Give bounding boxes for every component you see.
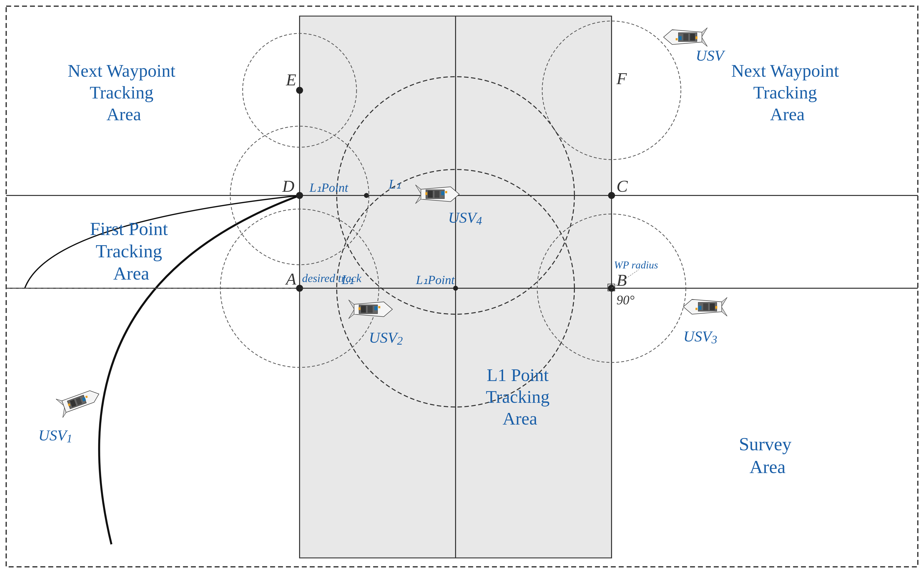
label-usv2: USV2 — [369, 329, 403, 347]
svg-rect-49 — [698, 306, 701, 310]
svg-point-16 — [296, 192, 303, 199]
svg-point-21 — [453, 286, 458, 291]
svg-rect-37 — [359, 305, 378, 314]
label-usv4: USV4 — [448, 209, 482, 227]
label-usv1: USV1 — [38, 427, 72, 445]
svg-rect-50 — [715, 306, 717, 309]
svg-marker-34 — [56, 397, 64, 407]
svg-rect-1 — [300, 16, 612, 558]
svg-rect-29 — [70, 399, 76, 407]
svg-rect-0 — [6, 6, 918, 567]
label-desired-track: desired track — [302, 272, 362, 285]
svg-rect-30 — [76, 397, 82, 405]
label-l1-tracking-area: L1 Point Tracking Area — [486, 365, 554, 429]
svg-line-26 — [612, 270, 639, 288]
svg-rect-39 — [368, 306, 373, 313]
svg-rect-48 — [703, 303, 708, 310]
svg-point-18 — [608, 192, 615, 199]
svg-rect-33 — [85, 396, 88, 398]
svg-point-17 — [296, 285, 303, 292]
svg-marker-36 — [354, 302, 392, 317]
label-90deg: 90° — [617, 293, 635, 307]
svg-rect-57 — [435, 191, 439, 198]
label-survey-area: Survey Area — [739, 434, 796, 477]
svg-marker-62 — [416, 195, 421, 204]
label-l1point-upper: L₁Point — [309, 181, 348, 194]
svg-marker-27 — [62, 388, 101, 412]
svg-rect-60 — [445, 191, 447, 193]
svg-rect-32 — [68, 403, 71, 406]
label-l1-upper: L₁ — [389, 177, 401, 191]
svg-rect-41 — [359, 307, 361, 310]
svg-rect-68 — [695, 36, 698, 39]
label-usv-top: USV — [696, 47, 725, 64]
svg-marker-63 — [664, 30, 702, 45]
svg-point-15 — [296, 87, 303, 94]
svg-marker-45 — [683, 299, 722, 314]
svg-point-9 — [230, 126, 369, 265]
svg-rect-25 — [608, 284, 615, 291]
label-A: A — [285, 269, 296, 288]
svg-point-12 — [537, 214, 686, 362]
svg-rect-51 — [695, 308, 698, 310]
label-l1point-lower: L₁Point — [416, 273, 455, 287]
svg-marker-43 — [348, 300, 354, 309]
svg-rect-31 — [82, 397, 86, 401]
label-C: C — [617, 177, 628, 196]
label-B: B — [617, 271, 627, 290]
svg-marker-54 — [421, 187, 459, 202]
label-l1-lower: L₁ — [341, 272, 354, 287]
label-F: F — [616, 69, 627, 88]
svg-marker-70 — [702, 38, 708, 47]
svg-marker-52 — [722, 307, 727, 316]
svg-rect-42 — [378, 306, 380, 308]
svg-rect-40 — [374, 306, 378, 310]
svg-point-14 — [337, 169, 574, 407]
svg-point-11 — [542, 21, 681, 160]
svg-rect-67 — [678, 36, 682, 40]
svg-rect-66 — [683, 34, 688, 41]
label-wp-radius: WP radius — [614, 259, 658, 271]
label-usv3: USV3 — [683, 328, 717, 346]
label-next-waypoint-right: Next Waypoint Tracking Area — [731, 61, 844, 124]
svg-rect-47 — [710, 303, 715, 310]
svg-rect-64 — [678, 33, 697, 42]
label-next-waypoint-left: Next Waypoint Tracking Area — [68, 61, 180, 124]
svg-point-10 — [220, 209, 379, 367]
svg-marker-71 — [702, 28, 708, 37]
svg-rect-55 — [426, 190, 444, 199]
svg-marker-53 — [722, 297, 727, 306]
svg-point-13 — [337, 77, 574, 314]
svg-rect-56 — [428, 191, 433, 198]
svg-marker-44 — [348, 310, 354, 319]
svg-rect-38 — [361, 306, 366, 313]
svg-point-8 — [243, 33, 356, 147]
svg-point-20 — [364, 193, 369, 198]
label-E: E — [286, 70, 296, 89]
svg-rect-58 — [441, 191, 444, 195]
svg-rect-28 — [67, 395, 86, 409]
svg-rect-59 — [425, 192, 427, 195]
label-D: D — [282, 177, 294, 196]
label-first-point-area: First Point Tracking Area — [90, 218, 172, 283]
svg-marker-61 — [416, 185, 421, 194]
svg-rect-46 — [698, 302, 717, 311]
svg-rect-69 — [676, 38, 678, 40]
svg-rect-65 — [690, 34, 695, 41]
svg-marker-35 — [60, 408, 67, 418]
svg-point-19 — [608, 285, 615, 292]
